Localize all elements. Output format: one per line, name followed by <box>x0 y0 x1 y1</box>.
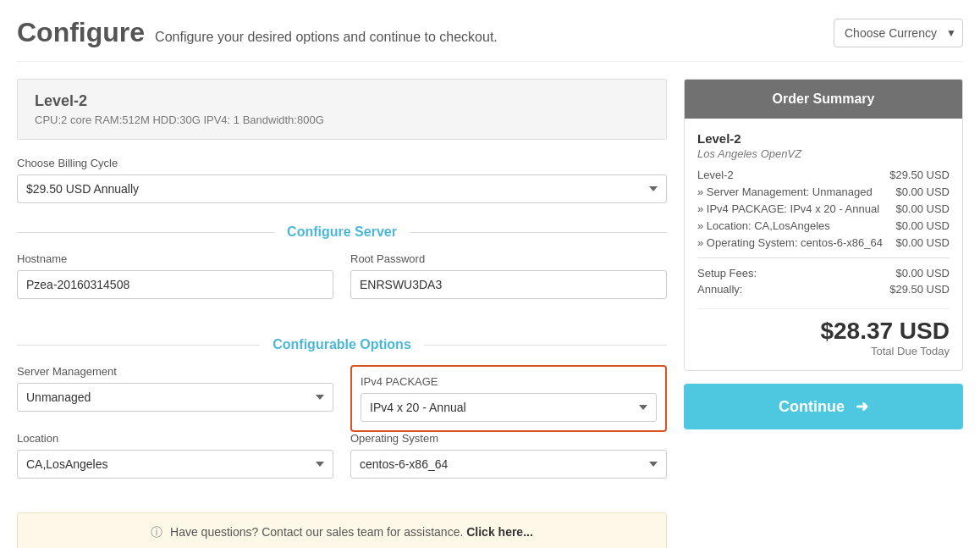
configure-server-divider: Configure Server <box>17 224 667 240</box>
continue-button[interactable]: Continue ➜ <box>684 384 963 429</box>
order-line-3: » Location: CA,LosAngeles $0.00 USD <box>697 219 950 232</box>
hostname-label: Hostname <box>17 252 333 265</box>
currency-select[interactable]: Choose CurrencyUSDEURGBP <box>834 19 963 47</box>
root-password-input[interactable] <box>350 270 667 299</box>
os-label: Operating System <box>350 432 667 445</box>
info-icon: ⓘ <box>151 525 162 539</box>
page-subtitle: Configure your desired options and conti… <box>155 30 498 45</box>
configurable-options-row2: Location CA,LosAngelesNY,NewYork Operati… <box>17 432 667 495</box>
root-password-section: Root Password <box>350 252 667 299</box>
server-management-select[interactable]: UnmanagedManaged <box>17 383 333 412</box>
order-line-4-amount: $0.00 USD <box>895 236 950 249</box>
order-line-1-amount: $0.00 USD <box>895 185 950 198</box>
server-management-section: Server Management UnmanagedManaged <box>17 365 333 415</box>
order-line-0-amount: $29.50 USD <box>889 169 950 181</box>
billing-cycle-select[interactable]: $29.50 USD Annually$2.99 USD Monthly <box>17 174 667 203</box>
order-annually-line: Annually: $29.50 USD <box>697 283 950 296</box>
location-section: Location CA,LosAngelesNY,NewYork <box>17 432 333 479</box>
order-due-today-label: Total Due Today <box>697 345 950 357</box>
order-setup-fees-amount: $0.00 USD <box>895 267 950 280</box>
order-summary-body: Level-2 Los Angeles OpenVZ Level-2 $29.5… <box>685 119 962 370</box>
left-panel: Level-2 CPU:2 core RAM:512M HDD:30G IPV4… <box>17 79 667 548</box>
location-select[interactable]: CA,LosAngelesNY,NewYork <box>17 450 333 479</box>
configure-server-title: Configure Server <box>274 224 410 240</box>
order-line-0-label: Level-2 <box>697 169 881 181</box>
root-password-label: Root Password <box>350 252 667 265</box>
order-summary-header: Order Summary <box>685 80 962 119</box>
server-name: Level-2 <box>35 92 649 110</box>
billing-section: Choose Billing Cycle $29.50 USD Annually… <box>17 157 667 203</box>
order-annually-label: Annually: <box>697 283 742 296</box>
order-line-4: » Operating System: centos-6-x86_64 $0.0… <box>697 236 950 249</box>
help-bar: ⓘ Have questions? Contact our sales team… <box>17 512 667 548</box>
page-header: Configure Configure your desired options… <box>17 8 963 62</box>
order-product-subtitle: Los Angeles OpenVZ <box>697 147 950 160</box>
continue-button-label: Continue <box>779 398 845 415</box>
order-line-2: » IPv4 PACKAGE: IPv4 x 20 - Annual $0.00… <box>697 202 950 215</box>
server-info-box: Level-2 CPU:2 core RAM:512M HDD:30G IPV4… <box>17 79 667 140</box>
header-left: Configure Configure your desired options… <box>17 17 498 48</box>
billing-label: Choose Billing Cycle <box>17 157 667 169</box>
order-summary: Order Summary Level-2 Los Angeles OpenVZ… <box>684 79 963 371</box>
arrow-icon: ➜ <box>856 398 868 415</box>
order-line-2-amount: $0.00 USD <box>895 202 950 215</box>
help-text: Have questions? Contact our sales team f… <box>170 525 463 539</box>
order-line-3-amount: $0.00 USD <box>895 219 950 232</box>
server-management-label: Server Management <box>17 365 333 378</box>
order-annually-amount: $29.50 USD <box>889 283 950 296</box>
os-section: Operating System centos-6-x86_64ubuntu-1… <box>350 432 667 479</box>
order-grand-amount: $28.37 USD <box>697 318 950 345</box>
order-grand-total: $28.37 USD <box>697 308 950 345</box>
ipv4-package-section: IPv4 PACKAGE IPv4 x 20 - AnnualIPv4 x 10… <box>350 365 667 432</box>
order-line-3-label: » Location: CA,LosAngeles <box>697 219 887 232</box>
ipv4-package-label: IPv4 PACKAGE <box>361 375 657 388</box>
order-setup-fees-line: Setup Fees: $0.00 USD <box>697 267 950 280</box>
right-panel: Order Summary Level-2 Los Angeles OpenVZ… <box>684 79 963 548</box>
currency-selector-wrapper: Choose CurrencyUSDEURGBP ▼ <box>834 19 963 47</box>
configurable-options-divider: Configurable Options <box>17 337 667 352</box>
order-line-1-label: » Server Management: Unmanaged <box>697 185 887 198</box>
order-product-name: Level-2 <box>697 131 950 146</box>
os-select[interactable]: centos-6-x86_64ubuntu-14.04-x86_64debian… <box>350 450 667 479</box>
hostname-input[interactable] <box>17 270 333 299</box>
order-line-0: Level-2 $29.50 USD <box>697 169 950 181</box>
configurable-options-title: Configurable Options <box>260 337 424 352</box>
page-title: Configure <box>17 17 145 48</box>
help-link[interactable]: Click here... <box>466 525 533 539</box>
order-setup-fees-label: Setup Fees: <box>697 267 757 280</box>
order-line-4-label: » Operating System: centos-6-x86_64 <box>697 236 887 249</box>
order-line-1: » Server Management: Unmanaged $0.00 USD <box>697 185 950 198</box>
location-label: Location <box>17 432 333 445</box>
hostname-section: Hostname <box>17 252 333 299</box>
server-specs: CPU:2 core RAM:512M HDD:30G IPV4: 1 Band… <box>35 113 649 126</box>
server-config-fields: Hostname Root Password <box>17 252 667 316</box>
order-line-2-label: » IPv4 PACKAGE: IPv4 x 20 - Annual <box>697 202 887 215</box>
configurable-options-row1: Server Management UnmanagedManaged IPv4 … <box>17 365 667 432</box>
ipv4-package-select[interactable]: IPv4 x 20 - AnnualIPv4 x 10 - AnnualNone <box>361 393 657 422</box>
order-divider <box>697 257 950 258</box>
